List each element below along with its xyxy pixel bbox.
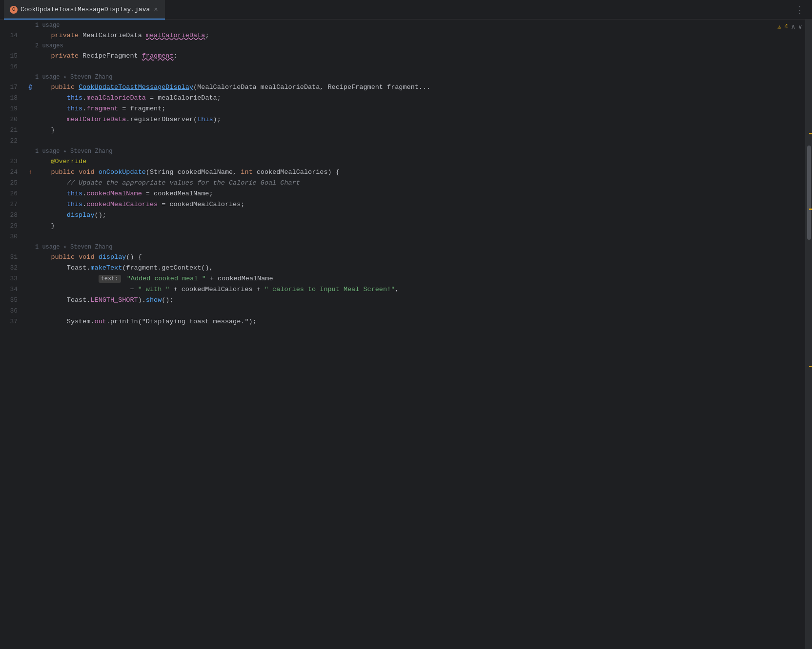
line-number: 18 — [0, 93, 25, 104]
code-line: 37 System.out.println("Displaying toast … — [0, 316, 805, 327]
line-number: 31 — [0, 252, 25, 263]
line-number: 28 — [0, 210, 25, 221]
line-number: 15 — [0, 51, 25, 62]
tab-menu-button[interactable]: ⋮ — [792, 4, 808, 15]
line-number: 16 — [0, 62, 25, 72]
warning-nav-up[interactable]: ∧ — [791, 22, 795, 31]
line-content: this.cookedMealName = cookedMealName; — [35, 188, 805, 199]
line-content: @Override — [35, 156, 805, 167]
line-content: public void display() { — [35, 252, 805, 263]
line-content: System.out.println("Displaying toast mes… — [35, 316, 805, 327]
code-line: 28 display(); — [0, 210, 805, 221]
tab-bar: C CookUpdateToastMessageDisplay.java × ⋮ — [0, 0, 812, 20]
code-line: 17@ public CookUpdateToastMessageDisplay… — [0, 82, 805, 93]
line-number: 22 — [0, 136, 25, 147]
code-line: 35 Toast.LENGTH_SHORT).show(); — [0, 295, 805, 306]
code-scroll-area[interactable]: 1 usage14 private MealCalorieData mealCa… — [0, 20, 805, 649]
warning-nav-down[interactable]: ∨ — [798, 22, 802, 31]
line-number: 21 — [0, 125, 25, 136]
warning-count: 4 — [784, 23, 788, 30]
warnings-header: ⚠ 4 ∧ ∨ — [777, 22, 802, 31]
code-line: 20 mealCalorieData.registerObserver(this… — [0, 114, 805, 125]
line-number: 26 — [0, 188, 25, 199]
meta-line: 1 usage ✦ Steven Zhang — [0, 147, 805, 156]
line-content: // Update the appropriate values for the… — [35, 178, 805, 188]
code-line: 31 public void display() { — [0, 252, 805, 263]
line-content: Toast.makeText(fragment.getContext(), — [35, 263, 805, 273]
scrollbar-warning-mark-1 — [809, 133, 812, 134]
warning-icon: ⚠ — [777, 23, 781, 31]
code-lines-container: 1 usage14 private MealCalorieData mealCa… — [0, 21, 805, 649]
line-content: } — [35, 221, 805, 231]
code-line: 33 text: "Added cooked meal " + cookedMe… — [0, 273, 805, 284]
code-line: 36 — [0, 306, 805, 316]
line-number: 36 — [0, 306, 25, 316]
code-line: 29 } — [0, 221, 805, 231]
line-content: text: "Added cooked meal " + cookedMealN… — [35, 273, 805, 284]
meta-line: 1 usage — [0, 21, 805, 30]
line-number: 29 — [0, 221, 25, 231]
line-number: 33 — [0, 273, 25, 284]
line-content: this.cookedMealCalories = cookedMealCalo… — [35, 199, 805, 210]
scrollbar-warning-mark-2 — [809, 209, 812, 210]
line-content: + " with " + cookedMealCalories + " calo… — [35, 284, 805, 295]
line-content: } — [35, 125, 805, 136]
line-content: mealCalorieData.registerObserver(this); — [35, 114, 805, 125]
line-number: 23 — [0, 156, 25, 167]
line-content: Toast.LENGTH_SHORT).show(); — [35, 295, 805, 306]
line-content: public CookUpdateToastMessageDisplay(Mea… — [35, 82, 805, 93]
line-number: 27 — [0, 199, 25, 210]
line-gutter: ↑ — [25, 167, 35, 178]
scrollbar-thumb[interactable] — [807, 146, 811, 240]
code-line: 24↑ public void onCookUpdate(String cook… — [0, 167, 805, 178]
line-content: private MealCalorieData mealCalorieData; — [35, 30, 805, 41]
line-number: 34 — [0, 284, 25, 295]
meta-line: 1 usage ✦ Steven Zhang — [0, 72, 805, 82]
code-line: 14 private MealCalorieData mealCalorieDa… — [0, 30, 805, 41]
code-line: 26 this.cookedMealName = cookedMealName; — [0, 188, 805, 199]
code-line: 21 } — [0, 125, 805, 136]
line-number: 37 — [0, 316, 25, 327]
line-number: 32 — [0, 263, 25, 273]
line-number: 25 — [0, 178, 25, 188]
code-line: 27 this.cookedMealCalories = cookedMealC… — [0, 199, 805, 210]
scrollbar-warning-mark-3 — [809, 366, 812, 367]
code-line: 18 this.mealCalorieData = mealCalorieDat… — [0, 93, 805, 104]
line-number: 14 — [0, 30, 25, 41]
tab-close-button[interactable]: × — [153, 5, 159, 15]
line-content: this.fragment = fragment; — [35, 104, 805, 114]
line-content: display(); — [35, 210, 805, 221]
line-number: 35 — [0, 295, 25, 306]
code-line: 19 this.fragment = fragment; — [0, 104, 805, 114]
code-line: 25 // Update the appropriate values for … — [0, 178, 805, 188]
tab-file-icon: C — [10, 6, 18, 14]
line-number: 24 — [0, 167, 25, 178]
line-number: 17 — [0, 82, 25, 93]
code-line: 23 @Override — [0, 156, 805, 167]
editor-body: ⚠ 4 ∧ ∨ 1 usage14 private MealCalorieDat… — [0, 20, 812, 649]
meta-line: 1 usage ✦ Steven Zhang — [0, 242, 805, 252]
line-content: public void onCookUpdate(String cookedMe… — [35, 167, 805, 178]
tab-filename: CookUpdateToastMessageDisplay.java — [20, 6, 150, 13]
line-gutter: @ — [25, 82, 35, 93]
line-content: this.mealCalorieData = mealCalorieData; — [35, 93, 805, 104]
ide-window: C CookUpdateToastMessageDisplay.java × ⋮… — [0, 0, 812, 649]
code-line: 30 — [0, 231, 805, 242]
code-line: 22 — [0, 136, 805, 147]
line-number: 30 — [0, 231, 25, 242]
code-line: 32 Toast.makeText(fragment.getContext(), — [0, 263, 805, 273]
code-line: 15 private RecipeFragment fragment; — [0, 51, 805, 62]
line-number: 20 — [0, 114, 25, 125]
right-scrollbar[interactable] — [805, 20, 812, 649]
active-tab[interactable]: C CookUpdateToastMessageDisplay.java × — [4, 0, 165, 20]
meta-line: 2 usages — [0, 41, 805, 51]
code-line: 34 + " with " + cookedMealCalories + " c… — [0, 284, 805, 295]
line-number: 19 — [0, 104, 25, 114]
line-content: private RecipeFragment fragment; — [35, 51, 805, 62]
code-line: 16 — [0, 62, 805, 72]
